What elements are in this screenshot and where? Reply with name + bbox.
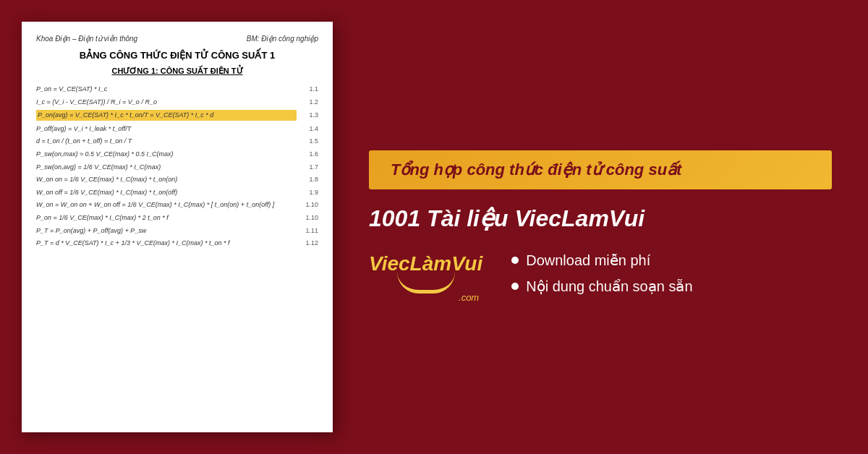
formula-line: P_sw(on,avg) = 1/6 V_CE(max) * I_C(max)1… <box>36 163 318 172</box>
formula-text: I_c = (V_i - V_CE(SAT)) / R_i = V_o / R_… <box>36 98 297 107</box>
formula-line: P_on(avg) = V_CE(SAT) * I_c * t_on/T = V… <box>36 110 318 121</box>
formula-text: P_on(avg) = V_CE(SAT) * I_c * t_on/T = V… <box>36 110 297 121</box>
formula-text: d = t_on / (t_on + t_off) = t_on / T <box>36 137 297 146</box>
bullet-text: Download miễn phí <box>526 252 650 269</box>
formula-number: 1.8 <box>297 175 318 184</box>
formula-text: W_on = W_on on + W_on off = 1/6 V_CE(max… <box>36 200 297 210</box>
formula-line: P_off(avg) = V_i * I_leak * t_off/T1.4 <box>36 124 318 134</box>
formula-text: W_on on = 1/6 V_CE(max) * I_C(max) * t_o… <box>36 175 297 184</box>
formula-line: I_c = (V_i - V_CE(SAT)) / R_i = V_o / R_… <box>36 98 318 107</box>
formula-line: P_on = 1/6 V_CE(max) * I_C(max) * 2 t_on… <box>36 213 318 223</box>
doc-chapter: CHƯƠNG 1: CÔNG SUẤT ĐIỆN TỬ <box>36 67 318 76</box>
formula-line: W_on off = 1/6 V_CE(max) * I_C(max) * t_… <box>36 188 318 197</box>
formula-number: 1.7 <box>297 163 318 172</box>
document-preview: Khoa Điện – Điện tử viễn thông BM: Điện … <box>22 22 333 432</box>
formula-line: P_T = d * V_CE(SAT) * I_c + 1/3 * V_CE(m… <box>36 239 318 248</box>
formula-number: 1.10 <box>297 200 318 210</box>
formula-text: W_on off = 1/6 V_CE(max) * I_C(max) * t_… <box>36 188 297 197</box>
formula-number: 1.3 <box>297 111 318 120</box>
formula-number: 1.5 <box>297 137 318 146</box>
doc-header-left: Khoa Điện – Điện tử viễn thông <box>36 35 137 43</box>
bullet-item: Nội dung chuẩn soạn sẵn <box>511 278 692 295</box>
logo-smile-icon <box>397 272 455 294</box>
logo-com: .com <box>459 292 479 303</box>
formula-text: P_T = P_on(avg) + P_off(avg) + P_sw <box>36 226 297 236</box>
formula-number: 1.9 <box>297 188 318 197</box>
formula-text: P_on = 1/6 V_CE(max) * I_C(max) * 2 t_on… <box>36 213 297 223</box>
accent-title: Tổng hợp công thức điện tử công suất <box>391 160 681 179</box>
formula-list: P_on = V_CE(SAT) * I_c1.1I_c = (V_i - V_… <box>36 85 318 248</box>
formula-text: P_on = V_CE(SAT) * I_c <box>36 85 297 94</box>
formula-line: W_on on = 1/6 V_CE(max) * I_C(max) * t_o… <box>36 175 318 184</box>
formula-text: P_off(avg) = V_i * I_leak * t_off/T <box>36 124 297 134</box>
logo-bullet-row: ViecLàmVui .com Download miễn phíNội dun… <box>369 252 832 304</box>
accent-bar: Tổng hợp công thức điện tử công suất <box>369 150 832 189</box>
formula-number: 1.1 <box>297 85 318 94</box>
info-panel: Tổng hợp công thức điện tử công suất 100… <box>333 0 868 454</box>
doc-header-right: BM: Điện công nghiệp <box>247 35 318 43</box>
formula-line: P_T = P_on(avg) + P_off(avg) + P_sw1.11 <box>36 226 318 236</box>
bullet-dot-icon <box>511 257 519 264</box>
formula-number: 1.4 <box>297 124 318 134</box>
bullet-dot-icon <box>511 283 519 290</box>
formula-line: W_on = W_on on + W_on off = 1/6 V_CE(max… <box>36 200 318 210</box>
formula-number: 1.2 <box>297 98 318 107</box>
subtitle-text: 1001 Tài liệu ViecLamVui <box>369 204 832 234</box>
logo-area: ViecLàmVui .com <box>369 252 482 303</box>
formula-number: 1.10 <box>297 213 318 223</box>
formula-line: P_sw(on,max) ≈ 0.5 V_CE(max) * 0.5 I_C(m… <box>36 150 318 159</box>
formula-number: 1.6 <box>297 150 318 159</box>
formula-line: d = t_on / (t_on + t_off) = t_on / T1.5 <box>36 137 318 146</box>
formula-text: P_sw(on,max) ≈ 0.5 V_CE(max) * 0.5 I_C(m… <box>36 150 297 159</box>
formula-text: P_T = d * V_CE(SAT) * I_c + 1/3 * V_CE(m… <box>36 239 297 248</box>
formula-line: P_on = V_CE(SAT) * I_c1.1 <box>36 85 318 94</box>
formula-number: 1.12 <box>297 239 318 248</box>
doc-title: BẢNG CÔNG THỨC ĐIỆN TỬ CÔNG SUẤT 1 <box>36 50 318 61</box>
formula-number: 1.11 <box>297 226 318 236</box>
bullet-list: Download miễn phíNội dung chuẩn soạn sẵn <box>511 252 692 304</box>
subtitle-block: 1001 Tài liệu ViecLamVui <box>369 204 832 234</box>
formula-text: P_sw(on,avg) = 1/6 V_CE(max) * I_C(max) <box>36 163 297 172</box>
bullet-item: Download miễn phí <box>511 252 692 269</box>
doc-header: Khoa Điện – Điện tử viễn thông BM: Điện … <box>36 35 318 43</box>
bullet-text: Nội dung chuẩn soạn sẵn <box>526 278 692 295</box>
